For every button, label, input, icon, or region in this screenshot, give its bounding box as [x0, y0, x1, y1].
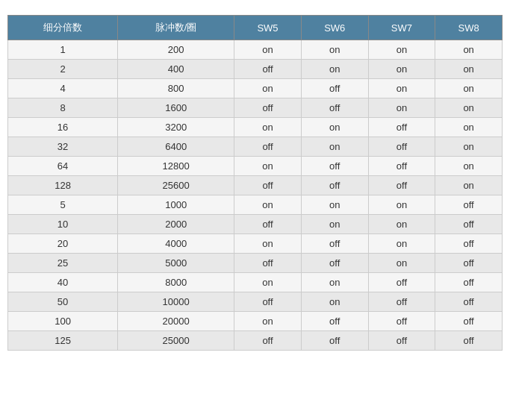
- table-cell: off: [301, 98, 368, 118]
- table-header-cell: SW8: [435, 16, 503, 40]
- table-cell: on: [435, 176, 503, 195]
- table-row: 326400offonoffon: [8, 137, 503, 157]
- table-cell: off: [301, 254, 368, 273]
- table-cell: on: [368, 215, 435, 234]
- table-cell: 25600: [118, 176, 234, 195]
- table-cell: off: [368, 118, 435, 137]
- table-cell: on: [301, 273, 368, 292]
- table-row: 4800onoffonon: [8, 79, 503, 98]
- table-row: 255000offoffonoff: [8, 254, 503, 273]
- table-cell: off: [368, 157, 435, 176]
- table-cell: on: [301, 40, 368, 60]
- table-cell: 5: [8, 195, 118, 215]
- table-cell: 125: [8, 331, 118, 351]
- table-cell: off: [435, 254, 503, 273]
- table-cell: off: [435, 215, 503, 234]
- table-cell: on: [368, 234, 435, 254]
- table-cell: off: [435, 312, 503, 331]
- table-cell: 10: [8, 215, 118, 234]
- table-cell: 25: [8, 254, 118, 273]
- table-cell: 20000: [118, 312, 234, 331]
- table-cell: 50: [8, 292, 118, 312]
- table-cell: off: [234, 292, 302, 312]
- table-cell: off: [435, 292, 503, 312]
- table-cell: 200: [118, 40, 234, 60]
- table-cell: 10000: [118, 292, 234, 312]
- table-row: 408000ononoffoff: [8, 273, 503, 292]
- table-cell: on: [368, 98, 435, 118]
- table-cell: on: [301, 137, 368, 157]
- table-row: 51000onononoff: [8, 195, 503, 215]
- table-cell: on: [368, 195, 435, 215]
- table-header-cell: 脉冲数/圈: [118, 16, 234, 40]
- table-cell: off: [368, 273, 435, 292]
- table-cell: on: [435, 118, 503, 137]
- table-cell: on: [234, 312, 302, 331]
- table-row: 5010000offonoffoff: [8, 292, 503, 312]
- table-cell: 20: [8, 234, 118, 254]
- table-cell: on: [234, 157, 302, 176]
- table-cell: 8: [8, 98, 118, 118]
- table-cell: on: [301, 215, 368, 234]
- table-cell: on: [234, 234, 302, 254]
- table-cell: on: [301, 118, 368, 137]
- table-header-cell: 细分倍数: [8, 16, 118, 40]
- table-cell: 800: [118, 79, 234, 98]
- table-cell: off: [301, 312, 368, 331]
- table-cell: on: [234, 118, 302, 137]
- table-cell: on: [234, 195, 302, 215]
- table-row: 10020000onoffoffoff: [8, 312, 503, 331]
- table-cell: 4: [8, 79, 118, 98]
- table-header-cell: SW5: [234, 16, 302, 40]
- table-cell: on: [435, 98, 503, 118]
- table-cell: on: [301, 60, 368, 79]
- table-cell: on: [368, 254, 435, 273]
- table-header-row: 细分倍数脉冲数/圈SW5SW6SW7SW8: [8, 16, 503, 40]
- table-cell: off: [234, 215, 302, 234]
- table-cell: off: [435, 195, 503, 215]
- table-header-cell: SW7: [368, 16, 435, 40]
- table-cell: on: [234, 273, 302, 292]
- table-cell: off: [301, 79, 368, 98]
- table-row: 12825600offoffoffon: [8, 176, 503, 195]
- table-cell: 400: [118, 60, 234, 79]
- table-cell: on: [368, 40, 435, 60]
- table-cell: 2000: [118, 215, 234, 234]
- table-cell: 32: [8, 137, 118, 157]
- table-cell: off: [435, 273, 503, 292]
- table-cell: 25000: [118, 331, 234, 351]
- table-cell: off: [368, 137, 435, 157]
- table-row: 204000onoffonoff: [8, 234, 503, 254]
- table-cell: 64: [8, 157, 118, 176]
- table-cell: off: [301, 157, 368, 176]
- table-cell: 8000: [118, 273, 234, 292]
- table-cell: off: [234, 98, 302, 118]
- table-cell: off: [234, 176, 302, 195]
- table-cell: 1600: [118, 98, 234, 118]
- table-cell: off: [435, 331, 503, 351]
- table-row: 12525000offoffoffoff: [8, 331, 503, 351]
- table-cell: 12800: [118, 157, 234, 176]
- table-body: 1200onononon2400offononon4800onoffonon81…: [8, 40, 503, 351]
- table-cell: on: [234, 40, 302, 60]
- table-cell: 2: [8, 60, 118, 79]
- table-cell: on: [435, 137, 503, 157]
- table-header-cell: SW6: [301, 16, 368, 40]
- table-cell: on: [368, 60, 435, 79]
- table-cell: on: [435, 60, 503, 79]
- table-row: 163200ononoffon: [8, 118, 503, 137]
- table-row: 6412800onoffoffon: [8, 157, 503, 176]
- table-cell: off: [435, 234, 503, 254]
- table-cell: on: [435, 157, 503, 176]
- table-cell: off: [301, 331, 368, 351]
- table-cell: 16: [8, 118, 118, 137]
- table-cell: 40: [8, 273, 118, 292]
- table-row: 81600offoffonon: [8, 98, 503, 118]
- table-cell: 4000: [118, 234, 234, 254]
- table-cell: 5000: [118, 254, 234, 273]
- table-cell: off: [234, 60, 302, 79]
- table-cell: off: [234, 331, 302, 351]
- table-cell: 3200: [118, 118, 234, 137]
- table-cell: 100: [8, 312, 118, 331]
- table-cell: on: [435, 79, 503, 98]
